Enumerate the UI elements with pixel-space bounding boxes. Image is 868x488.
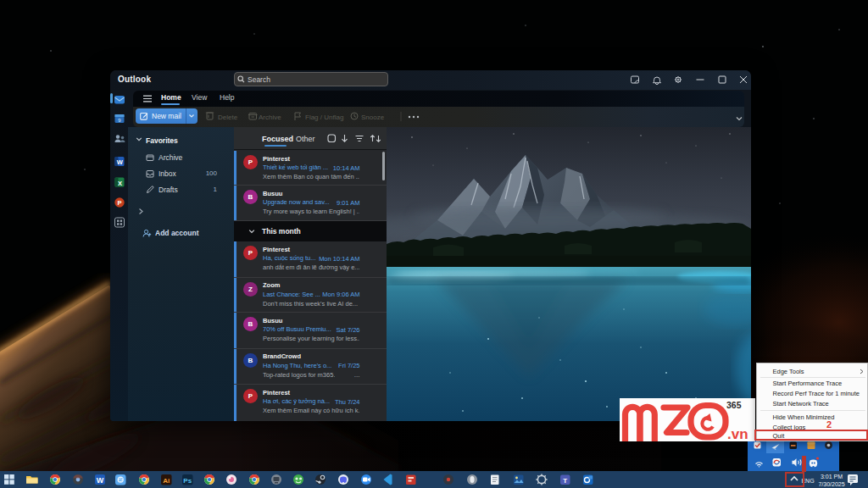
svg-text:X: X xyxy=(118,180,122,187)
svg-text:Archive: Archive xyxy=(259,114,281,121)
svg-text:P: P xyxy=(117,199,121,207)
svg-text:.vn: .vn xyxy=(727,426,748,441)
svg-text:Ai: Ai xyxy=(163,477,170,485)
svg-text:W: W xyxy=(97,476,104,485)
svg-text:Snooze: Snooze xyxy=(361,114,385,121)
svg-text:3:01 PM: 3:01 PM xyxy=(821,474,843,480)
svg-text:365: 365 xyxy=(726,400,742,410)
svg-text:7/30/2025: 7/30/2025 xyxy=(818,481,844,487)
svg-text:T: T xyxy=(563,477,567,485)
svg-text:W: W xyxy=(117,158,124,166)
svg-text:Delete: Delete xyxy=(218,114,238,121)
svg-text:Ps: Ps xyxy=(183,477,192,485)
svg-text:Flag / Unflag: Flag / Unflag xyxy=(305,114,343,121)
